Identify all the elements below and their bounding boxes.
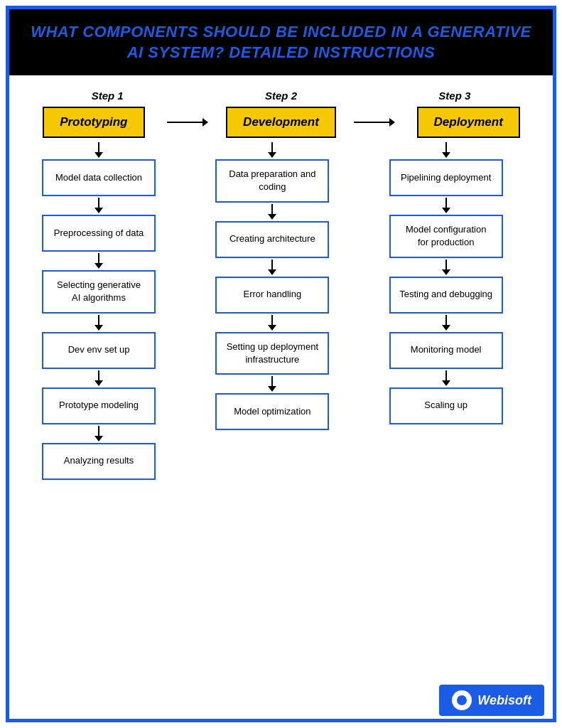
flow-item-c3-1: Model configuration for production — [389, 215, 503, 257]
flow-item-c1-0: Model data collection — [42, 159, 156, 196]
brand-logo — [452, 690, 472, 710]
column-1: Model data collection Preprocessing of d… — [21, 141, 177, 479]
step-label-3: Step 3 — [368, 90, 541, 102]
phase-box-development: Development — [226, 107, 336, 138]
arrow-down-c2-0 — [268, 142, 276, 158]
arrow-down-c2-4 — [268, 376, 276, 392]
column-3: Pipelining deployment Model configuratio… — [368, 141, 524, 479]
arrow-down-c1-2 — [94, 253, 103, 269]
flow-item-c2-4: Model optimization — [215, 393, 329, 430]
step-label-2: Step 2 — [194, 90, 367, 102]
column-2: Data preparation and coding Creating arc… — [194, 141, 350, 479]
brand-logo-inner — [457, 695, 467, 705]
brand-box: Webisoft — [439, 685, 544, 716]
arrow-down-c3-2 — [442, 259, 450, 275]
arrow-down-c1-0 — [94, 142, 103, 158]
arrow-down-c3-3 — [442, 315, 450, 331]
brand-name: Webisoft — [477, 693, 531, 708]
flow-item-c1-4: Prototype modeling — [42, 387, 156, 424]
arrow-down-c3-0 — [442, 142, 450, 158]
arrow-down-c3-1 — [442, 198, 450, 213]
flow-item-c3-3: Monitoring model — [389, 332, 503, 369]
phase-box-deployment: Deployment — [417, 107, 520, 138]
arrow-down-c2-2 — [268, 259, 276, 275]
footer: Webisoft — [9, 679, 553, 719]
flow-item-c3-4: Scaling up — [389, 387, 503, 424]
header: What components should be included in a … — [9, 9, 553, 75]
arrow-right-2 — [354, 118, 395, 127]
flow-item-c1-2: Selecting generative AI algorithms — [42, 270, 156, 313]
flow-item-c3-2: Testing and debugging — [389, 277, 503, 314]
flow-item-c2-2: Error handling — [215, 277, 329, 314]
flow-item-c1-3: Dev env set up — [42, 332, 156, 369]
arrow-down-c2-1 — [268, 204, 276, 220]
header-title: What components should be included in a … — [26, 22, 536, 63]
main-content: Step 1 Step 2 Step 3 Prototyping Develop… — [9, 75, 553, 679]
arrow-down-c3-4 — [442, 370, 450, 386]
phase-box-2-wrap: Development — [208, 107, 355, 138]
step-label-1: Step 1 — [21, 90, 194, 102]
arrow-down-c1-1 — [94, 198, 103, 213]
phase-box-3-wrap: Deployment — [395, 107, 541, 138]
arrow-down-c1-5 — [94, 426, 103, 441]
outer-border: What components should be included in a … — [6, 6, 556, 722]
arrow-right-1 — [167, 118, 208, 127]
arrow-down-c1-3 — [94, 315, 103, 331]
flow-item-c1-1: Preprocessing of data — [42, 215, 156, 252]
arrow-down-c1-4 — [94, 370, 103, 386]
flow-item-c1-5: Analyzing results — [42, 443, 156, 480]
flow-item-c2-0: Data preparation and coding — [215, 159, 329, 202]
flow-item-c3-0: Pipelining deployment — [389, 159, 503, 196]
phase-box-1-wrap: Prototyping — [21, 107, 167, 138]
arrow-down-c2-3 — [268, 315, 276, 331]
flow-item-c2-3: Setting up deployment infrastructure — [215, 332, 329, 375]
phase-box-prototyping: Prototyping — [43, 107, 144, 138]
flow-item-c2-1: Creating architecture — [215, 221, 329, 258]
